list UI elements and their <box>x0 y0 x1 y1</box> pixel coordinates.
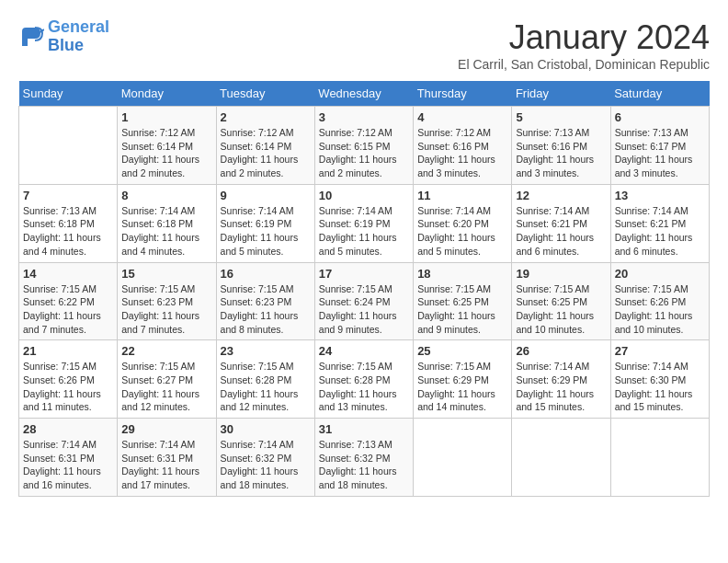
day-info: Sunrise: 7:12 AMSunset: 6:16 PMDaylight:… <box>417 126 507 180</box>
day-cell: 28Sunrise: 7:14 AMSunset: 6:31 PMDayligh… <box>19 419 118 497</box>
day-cell: 18Sunrise: 7:15 AMSunset: 6:25 PMDayligh… <box>414 262 512 340</box>
day-cell: 24Sunrise: 7:15 AMSunset: 6:28 PMDayligh… <box>314 340 413 419</box>
day-info: Sunrise: 7:15 AMSunset: 6:22 PMDaylight:… <box>23 282 113 337</box>
day-info: Sunrise: 7:15 AMSunset: 6:25 PMDaylight:… <box>417 282 507 337</box>
day-number: 26 <box>516 344 606 358</box>
day-info: Sunrise: 7:15 AMSunset: 6:27 PMDaylight:… <box>121 360 211 414</box>
header-saturday: Saturday <box>610 81 709 107</box>
day-number: 13 <box>615 189 705 202</box>
title-block: January 2024 El Carril, San Cristobal, D… <box>458 18 710 72</box>
day-number: 5 <box>516 110 606 124</box>
day-info: Sunrise: 7:13 AMSunset: 6:16 PMDaylight:… <box>516 126 606 180</box>
day-cell: 19Sunrise: 7:15 AMSunset: 6:25 PMDayligh… <box>512 262 610 340</box>
header-friday: Friday <box>512 81 610 107</box>
day-cell: 7Sunrise: 7:13 AMSunset: 6:18 PMDaylight… <box>19 184 118 262</box>
day-cell: 1Sunrise: 7:12 AMSunset: 6:14 PMDaylight… <box>118 107 216 185</box>
day-cell: 9Sunrise: 7:14 AMSunset: 6:19 PMDaylight… <box>216 184 314 262</box>
day-cell: 13Sunrise: 7:14 AMSunset: 6:21 PMDayligh… <box>610 184 709 262</box>
day-cell: 20Sunrise: 7:15 AMSunset: 6:26 PMDayligh… <box>610 262 709 340</box>
day-number: 1 <box>121 110 211 124</box>
day-cell: 14Sunrise: 7:15 AMSunset: 6:22 PMDayligh… <box>19 262 118 340</box>
day-number: 24 <box>319 344 409 358</box>
day-number: 25 <box>417 344 507 358</box>
day-cell: 26Sunrise: 7:14 AMSunset: 6:29 PMDayligh… <box>512 340 610 419</box>
day-info: Sunrise: 7:14 AMSunset: 6:21 PMDaylight:… <box>516 204 606 259</box>
day-cell: 23Sunrise: 7:15 AMSunset: 6:28 PMDayligh… <box>216 340 314 419</box>
day-info: Sunrise: 7:15 AMSunset: 6:26 PMDaylight:… <box>23 360 113 414</box>
week-row-4: 21Sunrise: 7:15 AMSunset: 6:26 PMDayligh… <box>19 340 710 419</box>
day-number: 23 <box>221 344 311 358</box>
day-cell: 3Sunrise: 7:12 AMSunset: 6:15 PMDaylight… <box>314 107 413 185</box>
week-row-1: 1Sunrise: 7:12 AMSunset: 6:14 PMDaylight… <box>19 107 710 185</box>
day-cell: 2Sunrise: 7:12 AMSunset: 6:14 PMDaylight… <box>216 107 314 185</box>
day-number: 21 <box>23 344 113 358</box>
logo-text: General Blue <box>48 18 109 55</box>
week-row-5: 28Sunrise: 7:14 AMSunset: 6:31 PMDayligh… <box>19 419 710 497</box>
day-info: Sunrise: 7:14 AMSunset: 6:19 PMDaylight:… <box>319 204 409 259</box>
day-cell <box>19 107 118 185</box>
day-cell: 30Sunrise: 7:14 AMSunset: 6:32 PMDayligh… <box>216 419 314 497</box>
day-info: Sunrise: 7:12 AMSunset: 6:14 PMDaylight:… <box>221 126 311 180</box>
day-number: 4 <box>417 110 507 124</box>
day-number: 19 <box>516 267 606 281</box>
day-info: Sunrise: 7:14 AMSunset: 6:18 PMDaylight:… <box>121 204 211 259</box>
header-wednesday: Wednesday <box>314 81 413 107</box>
calendar-header-row: SundayMondayTuesdayWednesdayThursdayFrid… <box>19 81 710 107</box>
header-thursday: Thursday <box>414 81 512 107</box>
day-cell: 31Sunrise: 7:13 AMSunset: 6:32 PMDayligh… <box>314 419 413 497</box>
week-row-3: 14Sunrise: 7:15 AMSunset: 6:22 PMDayligh… <box>19 262 710 340</box>
day-info: Sunrise: 7:13 AMSunset: 6:32 PMDaylight:… <box>319 438 409 492</box>
day-info: Sunrise: 7:15 AMSunset: 6:25 PMDaylight:… <box>516 282 606 337</box>
day-info: Sunrise: 7:14 AMSunset: 6:31 PMDaylight:… <box>23 438 113 492</box>
logo-icon <box>18 24 44 50</box>
month-title: January 2024 <box>458 18 710 57</box>
day-number: 7 <box>23 189 113 202</box>
day-cell: 15Sunrise: 7:15 AMSunset: 6:23 PMDayligh… <box>118 262 216 340</box>
day-number: 12 <box>516 189 606 202</box>
day-number: 31 <box>319 422 409 436</box>
day-number: 18 <box>417 267 507 281</box>
day-number: 3 <box>319 110 409 124</box>
day-info: Sunrise: 7:14 AMSunset: 6:21 PMDaylight:… <box>615 204 705 259</box>
day-info: Sunrise: 7:15 AMSunset: 6:29 PMDaylight:… <box>417 360 507 414</box>
page-header: General Blue January 2024 El Carril, San… <box>18 18 710 72</box>
day-cell: 21Sunrise: 7:15 AMSunset: 6:26 PMDayligh… <box>19 340 118 419</box>
day-info: Sunrise: 7:13 AMSunset: 6:18 PMDaylight:… <box>23 204 113 259</box>
day-info: Sunrise: 7:12 AMSunset: 6:14 PMDaylight:… <box>121 126 211 180</box>
day-cell: 8Sunrise: 7:14 AMSunset: 6:18 PMDaylight… <box>118 184 216 262</box>
day-number: 29 <box>121 422 211 436</box>
header-sunday: Sunday <box>19 81 118 107</box>
day-cell: 12Sunrise: 7:14 AMSunset: 6:21 PMDayligh… <box>512 184 610 262</box>
day-cell: 27Sunrise: 7:14 AMSunset: 6:30 PMDayligh… <box>610 340 709 419</box>
day-cell: 22Sunrise: 7:15 AMSunset: 6:27 PMDayligh… <box>118 340 216 419</box>
day-number: 11 <box>417 189 507 202</box>
day-info: Sunrise: 7:13 AMSunset: 6:17 PMDaylight:… <box>615 126 705 180</box>
day-info: Sunrise: 7:15 AMSunset: 6:24 PMDaylight:… <box>319 282 409 337</box>
day-cell: 4Sunrise: 7:12 AMSunset: 6:16 PMDaylight… <box>414 107 512 185</box>
day-number: 16 <box>221 267 311 281</box>
day-number: 8 <box>121 189 211 202</box>
logo: General Blue <box>18 18 109 55</box>
header-monday: Monday <box>118 81 216 107</box>
day-info: Sunrise: 7:12 AMSunset: 6:15 PMDaylight:… <box>319 126 409 180</box>
day-number: 14 <box>23 267 113 281</box>
day-number: 10 <box>319 189 409 202</box>
day-cell: 25Sunrise: 7:15 AMSunset: 6:29 PMDayligh… <box>414 340 512 419</box>
day-cell: 5Sunrise: 7:13 AMSunset: 6:16 PMDaylight… <box>512 107 610 185</box>
day-number: 9 <box>221 189 311 202</box>
day-info: Sunrise: 7:14 AMSunset: 6:29 PMDaylight:… <box>516 360 606 414</box>
day-number: 2 <box>221 110 311 124</box>
day-number: 28 <box>23 422 113 436</box>
day-cell <box>512 419 610 497</box>
day-number: 20 <box>615 267 705 281</box>
header-tuesday: Tuesday <box>216 81 314 107</box>
week-row-2: 7Sunrise: 7:13 AMSunset: 6:18 PMDaylight… <box>19 184 710 262</box>
day-info: Sunrise: 7:14 AMSunset: 6:20 PMDaylight:… <box>417 204 507 259</box>
day-number: 17 <box>319 267 409 281</box>
day-cell <box>610 419 709 497</box>
day-info: Sunrise: 7:15 AMSunset: 6:23 PMDaylight:… <box>221 282 311 337</box>
day-info: Sunrise: 7:14 AMSunset: 6:19 PMDaylight:… <box>221 204 311 259</box>
day-info: Sunrise: 7:15 AMSunset: 6:26 PMDaylight:… <box>615 282 705 337</box>
day-number: 27 <box>615 344 705 358</box>
day-cell: 16Sunrise: 7:15 AMSunset: 6:23 PMDayligh… <box>216 262 314 340</box>
